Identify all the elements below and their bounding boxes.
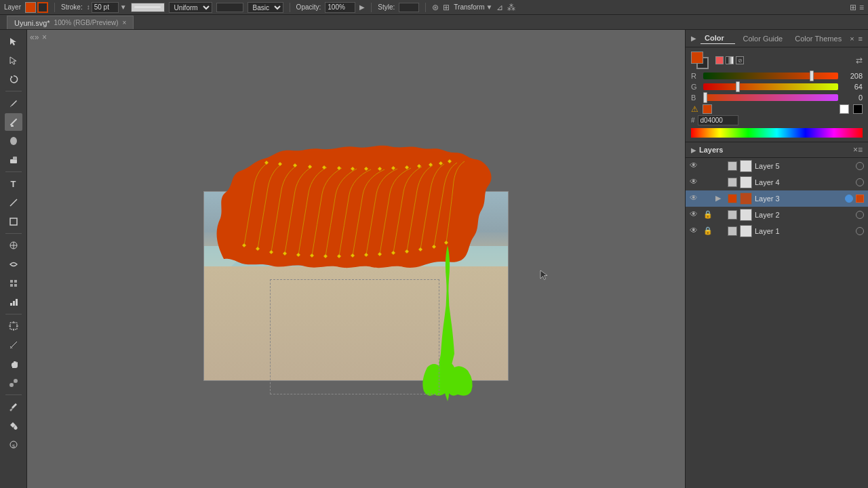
panel-toggle[interactable]: «»	[30, 33, 39, 42]
b-slider-thumb[interactable]	[703, 92, 707, 103]
b-slider-track[interactable]	[703, 94, 838, 101]
layer-4-row[interactable]: 👁 Layer 4	[686, 174, 868, 190]
direct-select-tool[interactable]	[5, 52, 22, 69]
layer-5-circle[interactable]	[856, 162, 864, 170]
color-panel-header: ▶ Color Color Guide Color Themes × ≡	[686, 30, 868, 47]
transform-dropdown[interactable]: Transform ▼	[454, 3, 492, 11]
stroke-style-dropdown[interactable]: Basic	[248, 2, 283, 13]
layer-3-circle[interactable]	[845, 195, 853, 203]
layer-4-name: Layer 4	[755, 178, 853, 186]
color-panel-toggle[interactable]: ▶	[691, 35, 696, 42]
stroke-size-field[interactable]	[92, 2, 119, 13]
layer-2-circle[interactable]	[856, 211, 864, 219]
stroke-size-input[interactable]: ↕ ▼	[87, 2, 127, 13]
rotate-tool[interactable]	[5, 70, 22, 88]
color-convert-icon[interactable]: ⇄	[856, 56, 863, 65]
color-themes-tab[interactable]: Color Themes	[791, 33, 846, 44]
warning-swatch[interactable]	[703, 104, 712, 114]
puppet-icon[interactable]: ⊿	[496, 3, 503, 12]
line-tool[interactable]	[5, 194, 22, 211]
paint-bucket-tool[interactable]	[5, 417, 22, 434]
warning-icon[interactable]: ⚠	[691, 104, 698, 114]
layer-1-row[interactable]: 👁 🔒 Layer 1	[686, 223, 868, 239]
panel-close[interactable]: ×	[42, 33, 47, 42]
color-panel: ▶ Color Color Guide Color Themes × ≡	[686, 30, 868, 142]
graph-tool[interactable]	[5, 293, 22, 311]
color-panel-expand[interactable]: ≡	[859, 35, 863, 43]
layer-1-lock[interactable]: 🔒	[703, 226, 713, 236]
black-swatch-small[interactable]	[853, 104, 863, 114]
variable-icon[interactable]: ⁂	[507, 3, 515, 12]
layer-3-row[interactable]: 👁 ▶ Layer 3	[686, 190, 868, 207]
style-swatch[interactable]	[399, 3, 419, 12]
layer-5-color	[728, 161, 737, 171]
hand-tool[interactable]	[5, 355, 22, 373]
opacity-input[interactable]	[325, 2, 355, 13]
layers-panel-close[interactable]: ×	[853, 145, 858, 155]
layers-panel-expand[interactable]: ≡	[858, 145, 863, 155]
hex-input[interactable]	[698, 115, 738, 125]
text-tool[interactable]: T	[5, 175, 22, 192]
layer-1-circle[interactable]	[856, 227, 864, 235]
panel-icon-1[interactable]: ⊞	[850, 3, 856, 12]
eyedropper-tool[interactable]	[5, 398, 22, 415]
layer-5-visibility[interactable]: 👁	[690, 161, 701, 171]
g-slider-track[interactable]	[703, 83, 838, 90]
right-panels: ▶ Color Color Guide Color Themes × ≡	[685, 30, 868, 488]
color-guide-tab[interactable]: Color Guide	[739, 33, 787, 44]
color-spectrum[interactable]	[691, 128, 863, 138]
color-tab[interactable]: Color	[701, 33, 735, 44]
color-panel-close[interactable]: ×	[850, 35, 854, 43]
stroke-mode-dropdown[interactable]: Uniform	[169, 2, 212, 13]
shape-tool[interactable]	[5, 213, 22, 230]
gradient-icon[interactable]	[726, 56, 734, 64]
eraser-tool[interactable]	[5, 151, 22, 169]
select-tool[interactable]	[5, 33, 22, 50]
brush-tool[interactable]	[5, 113, 22, 131]
top-toolbar: Layer Stroke: ↕ ▼ Uniform Basic Opacity:…	[0, 0, 868, 15]
pattern-icon[interactable]: ⊘	[736, 56, 744, 64]
document-tab[interactable]: Uyuni.svg* 100% (RGB/Preview) ×	[7, 16, 134, 29]
white-swatch-small[interactable]	[840, 104, 849, 114]
g-slider-thumb[interactable]	[736, 81, 740, 92]
tab-close-btn[interactable]: ×	[123, 19, 127, 26]
color-mode-row: ⊘ ⇄	[691, 52, 863, 69]
grid-icon[interactable]: ⊞	[443, 3, 450, 12]
blend-tool[interactable]	[5, 374, 22, 392]
fill-stroke-swatches	[691, 52, 709, 69]
layer-2-lock[interactable]: 🔒	[703, 210, 713, 220]
blob-brush-tool[interactable]	[5, 132, 22, 150]
brush-stroke-swatch[interactable]	[37, 2, 48, 13]
layer-3-edit-icon	[856, 195, 864, 203]
brush-color-swatch[interactable]	[25, 2, 36, 13]
pencil-tool[interactable]	[5, 94, 22, 112]
svg-rect-12	[10, 284, 13, 287]
panel-icon-2[interactable]: ≡	[859, 3, 864, 12]
solid-color-icon[interactable]	[715, 56, 724, 64]
layers-toggle[interactable]: ▶	[691, 146, 696, 154]
r-slider-track[interactable]	[703, 73, 838, 79]
measure-tool[interactable]	[5, 336, 22, 354]
layer-2-visibility[interactable]: 👁	[690, 209, 701, 220]
stroke-dropdown-arrow[interactable]: ▼	[120, 3, 127, 11]
layer-4-visibility[interactable]: 👁	[690, 177, 701, 188]
symbol-tool[interactable]: s	[5, 436, 22, 453]
layer-3-visibility[interactable]: 👁	[690, 193, 701, 204]
r-slider-thumb[interactable]	[810, 70, 814, 81]
layer-4-circle[interactable]	[856, 178, 864, 186]
opacity-arrow[interactable]: ▶	[359, 3, 365, 11]
symmetry-icon[interactable]: ⊛	[432, 3, 439, 12]
warp-tool[interactable]	[5, 256, 22, 273]
tab-bar: Uyuni.svg* 100% (RGB/Preview) ×	[0, 15, 868, 30]
color-panel-body: ⊘ ⇄ R 208 G	[686, 47, 868, 142]
fill-swatch[interactable]	[691, 52, 703, 64]
transform-tool[interactable]	[5, 237, 22, 254]
grid-tool[interactable]	[5, 274, 22, 292]
artboard-tool[interactable]	[5, 317, 22, 335]
layer-2-row[interactable]: 👁 🔒 Layer 2	[686, 207, 868, 223]
layer-1-visibility[interactable]: 👁	[690, 226, 701, 237]
layer-3-arrow[interactable]: ▶	[715, 194, 725, 203]
layer-5-row[interactable]: 👁 Layer 5	[686, 158, 868, 174]
tool-sep-2	[5, 171, 22, 172]
canvas-area[interactable]: «» ×	[27, 30, 685, 488]
